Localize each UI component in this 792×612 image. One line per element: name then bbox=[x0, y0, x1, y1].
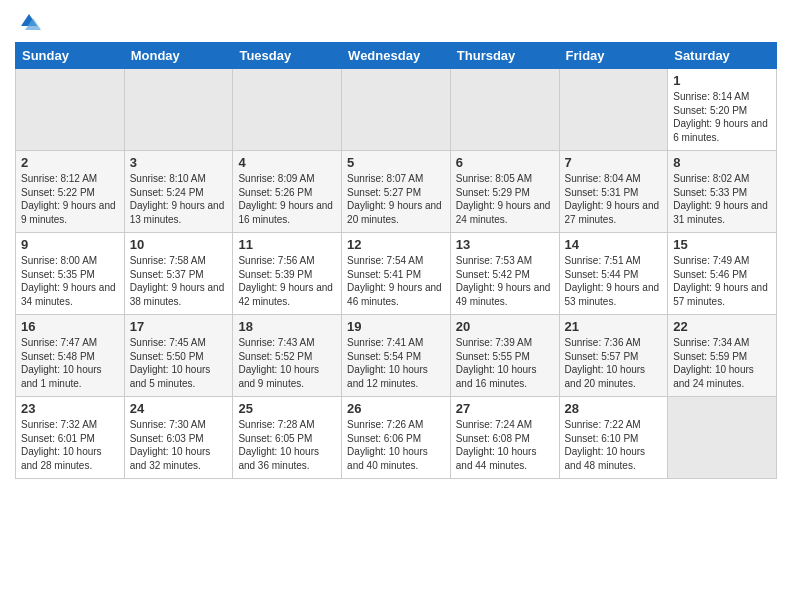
day-number: 10 bbox=[130, 237, 228, 252]
cell-info: Sunrise: 8:09 AM Sunset: 5:26 PM Dayligh… bbox=[238, 172, 336, 226]
cell-info: Sunrise: 7:47 AM Sunset: 5:48 PM Dayligh… bbox=[21, 336, 119, 390]
day-number: 27 bbox=[456, 401, 554, 416]
day-number: 18 bbox=[238, 319, 336, 334]
calendar-cell: 19Sunrise: 7:41 AM Sunset: 5:54 PM Dayli… bbox=[342, 315, 451, 397]
cell-info: Sunrise: 7:34 AM Sunset: 5:59 PM Dayligh… bbox=[673, 336, 771, 390]
cell-info: Sunrise: 7:28 AM Sunset: 6:05 PM Dayligh… bbox=[238, 418, 336, 472]
day-number: 28 bbox=[565, 401, 663, 416]
cell-info: Sunrise: 7:53 AM Sunset: 5:42 PM Dayligh… bbox=[456, 254, 554, 308]
day-number: 4 bbox=[238, 155, 336, 170]
calendar-cell: 1Sunrise: 8:14 AM Sunset: 5:20 PM Daylig… bbox=[668, 69, 777, 151]
calendar-week-5: 23Sunrise: 7:32 AM Sunset: 6:01 PM Dayli… bbox=[16, 397, 777, 479]
calendar-cell bbox=[233, 69, 342, 151]
cell-info: Sunrise: 7:41 AM Sunset: 5:54 PM Dayligh… bbox=[347, 336, 445, 390]
day-header-saturday: Saturday bbox=[668, 43, 777, 69]
cell-info: Sunrise: 8:02 AM Sunset: 5:33 PM Dayligh… bbox=[673, 172, 771, 226]
day-number: 7 bbox=[565, 155, 663, 170]
day-number: 19 bbox=[347, 319, 445, 334]
calendar-cell: 3Sunrise: 8:10 AM Sunset: 5:24 PM Daylig… bbox=[124, 151, 233, 233]
calendar-cell: 18Sunrise: 7:43 AM Sunset: 5:52 PM Dayli… bbox=[233, 315, 342, 397]
calendar-cell: 8Sunrise: 8:02 AM Sunset: 5:33 PM Daylig… bbox=[668, 151, 777, 233]
calendar-header-row: SundayMondayTuesdayWednesdayThursdayFrid… bbox=[16, 43, 777, 69]
cell-info: Sunrise: 7:56 AM Sunset: 5:39 PM Dayligh… bbox=[238, 254, 336, 308]
calendar-container: SundayMondayTuesdayWednesdayThursdayFrid… bbox=[0, 0, 792, 489]
calendar-cell: 22Sunrise: 7:34 AM Sunset: 5:59 PM Dayli… bbox=[668, 315, 777, 397]
day-number: 12 bbox=[347, 237, 445, 252]
calendar-cell bbox=[450, 69, 559, 151]
calendar-table: SundayMondayTuesdayWednesdayThursdayFrid… bbox=[15, 42, 777, 479]
calendar-cell: 25Sunrise: 7:28 AM Sunset: 6:05 PM Dayli… bbox=[233, 397, 342, 479]
calendar-week-3: 9Sunrise: 8:00 AM Sunset: 5:35 PM Daylig… bbox=[16, 233, 777, 315]
calendar-cell bbox=[16, 69, 125, 151]
logo-icon bbox=[17, 10, 41, 34]
calendar-cell: 6Sunrise: 8:05 AM Sunset: 5:29 PM Daylig… bbox=[450, 151, 559, 233]
calendar-cell bbox=[342, 69, 451, 151]
cell-info: Sunrise: 8:07 AM Sunset: 5:27 PM Dayligh… bbox=[347, 172, 445, 226]
calendar-cell: 14Sunrise: 7:51 AM Sunset: 5:44 PM Dayli… bbox=[559, 233, 668, 315]
calendar-cell: 23Sunrise: 7:32 AM Sunset: 6:01 PM Dayli… bbox=[16, 397, 125, 479]
day-number: 3 bbox=[130, 155, 228, 170]
calendar-cell: 20Sunrise: 7:39 AM Sunset: 5:55 PM Dayli… bbox=[450, 315, 559, 397]
cell-info: Sunrise: 8:04 AM Sunset: 5:31 PM Dayligh… bbox=[565, 172, 663, 226]
calendar-cell: 5Sunrise: 8:07 AM Sunset: 5:27 PM Daylig… bbox=[342, 151, 451, 233]
day-number: 20 bbox=[456, 319, 554, 334]
cell-info: Sunrise: 7:58 AM Sunset: 5:37 PM Dayligh… bbox=[130, 254, 228, 308]
day-number: 8 bbox=[673, 155, 771, 170]
day-number: 21 bbox=[565, 319, 663, 334]
day-number: 14 bbox=[565, 237, 663, 252]
cell-info: Sunrise: 8:05 AM Sunset: 5:29 PM Dayligh… bbox=[456, 172, 554, 226]
day-number: 6 bbox=[456, 155, 554, 170]
calendar-cell bbox=[124, 69, 233, 151]
day-number: 25 bbox=[238, 401, 336, 416]
day-header-friday: Friday bbox=[559, 43, 668, 69]
calendar-cell: 24Sunrise: 7:30 AM Sunset: 6:03 PM Dayli… bbox=[124, 397, 233, 479]
cell-info: Sunrise: 7:36 AM Sunset: 5:57 PM Dayligh… bbox=[565, 336, 663, 390]
day-number: 26 bbox=[347, 401, 445, 416]
calendar-cell: 2Sunrise: 8:12 AM Sunset: 5:22 PM Daylig… bbox=[16, 151, 125, 233]
day-number: 9 bbox=[21, 237, 119, 252]
cell-info: Sunrise: 7:39 AM Sunset: 5:55 PM Dayligh… bbox=[456, 336, 554, 390]
day-number: 22 bbox=[673, 319, 771, 334]
day-header-tuesday: Tuesday bbox=[233, 43, 342, 69]
cell-info: Sunrise: 7:30 AM Sunset: 6:03 PM Dayligh… bbox=[130, 418, 228, 472]
calendar-cell: 17Sunrise: 7:45 AM Sunset: 5:50 PM Dayli… bbox=[124, 315, 233, 397]
day-number: 5 bbox=[347, 155, 445, 170]
logo bbox=[15, 10, 41, 34]
cell-info: Sunrise: 7:32 AM Sunset: 6:01 PM Dayligh… bbox=[21, 418, 119, 472]
calendar-week-4: 16Sunrise: 7:47 AM Sunset: 5:48 PM Dayli… bbox=[16, 315, 777, 397]
calendar-cell: 9Sunrise: 8:00 AM Sunset: 5:35 PM Daylig… bbox=[16, 233, 125, 315]
cell-info: Sunrise: 8:14 AM Sunset: 5:20 PM Dayligh… bbox=[673, 90, 771, 144]
cell-info: Sunrise: 7:45 AM Sunset: 5:50 PM Dayligh… bbox=[130, 336, 228, 390]
calendar-cell: 10Sunrise: 7:58 AM Sunset: 5:37 PM Dayli… bbox=[124, 233, 233, 315]
cell-info: Sunrise: 7:49 AM Sunset: 5:46 PM Dayligh… bbox=[673, 254, 771, 308]
day-number: 24 bbox=[130, 401, 228, 416]
calendar-cell: 12Sunrise: 7:54 AM Sunset: 5:41 PM Dayli… bbox=[342, 233, 451, 315]
calendar-cell: 16Sunrise: 7:47 AM Sunset: 5:48 PM Dayli… bbox=[16, 315, 125, 397]
day-number: 11 bbox=[238, 237, 336, 252]
calendar-cell: 21Sunrise: 7:36 AM Sunset: 5:57 PM Dayli… bbox=[559, 315, 668, 397]
calendar-week-1: 1Sunrise: 8:14 AM Sunset: 5:20 PM Daylig… bbox=[16, 69, 777, 151]
cell-info: Sunrise: 7:51 AM Sunset: 5:44 PM Dayligh… bbox=[565, 254, 663, 308]
calendar-cell: 26Sunrise: 7:26 AM Sunset: 6:06 PM Dayli… bbox=[342, 397, 451, 479]
day-number: 13 bbox=[456, 237, 554, 252]
calendar-cell: 13Sunrise: 7:53 AM Sunset: 5:42 PM Dayli… bbox=[450, 233, 559, 315]
day-header-thursday: Thursday bbox=[450, 43, 559, 69]
calendar-cell bbox=[559, 69, 668, 151]
calendar-cell: 11Sunrise: 7:56 AM Sunset: 5:39 PM Dayli… bbox=[233, 233, 342, 315]
day-number: 17 bbox=[130, 319, 228, 334]
calendar-cell: 28Sunrise: 7:22 AM Sunset: 6:10 PM Dayli… bbox=[559, 397, 668, 479]
day-header-sunday: Sunday bbox=[16, 43, 125, 69]
day-number: 1 bbox=[673, 73, 771, 88]
cell-info: Sunrise: 7:22 AM Sunset: 6:10 PM Dayligh… bbox=[565, 418, 663, 472]
cell-info: Sunrise: 7:24 AM Sunset: 6:08 PM Dayligh… bbox=[456, 418, 554, 472]
day-number: 15 bbox=[673, 237, 771, 252]
day-header-monday: Monday bbox=[124, 43, 233, 69]
calendar-cell bbox=[668, 397, 777, 479]
cell-info: Sunrise: 7:54 AM Sunset: 5:41 PM Dayligh… bbox=[347, 254, 445, 308]
calendar-week-2: 2Sunrise: 8:12 AM Sunset: 5:22 PM Daylig… bbox=[16, 151, 777, 233]
day-number: 23 bbox=[21, 401, 119, 416]
day-number: 16 bbox=[21, 319, 119, 334]
calendar-cell: 4Sunrise: 8:09 AM Sunset: 5:26 PM Daylig… bbox=[233, 151, 342, 233]
cell-info: Sunrise: 7:26 AM Sunset: 6:06 PM Dayligh… bbox=[347, 418, 445, 472]
cell-info: Sunrise: 8:00 AM Sunset: 5:35 PM Dayligh… bbox=[21, 254, 119, 308]
